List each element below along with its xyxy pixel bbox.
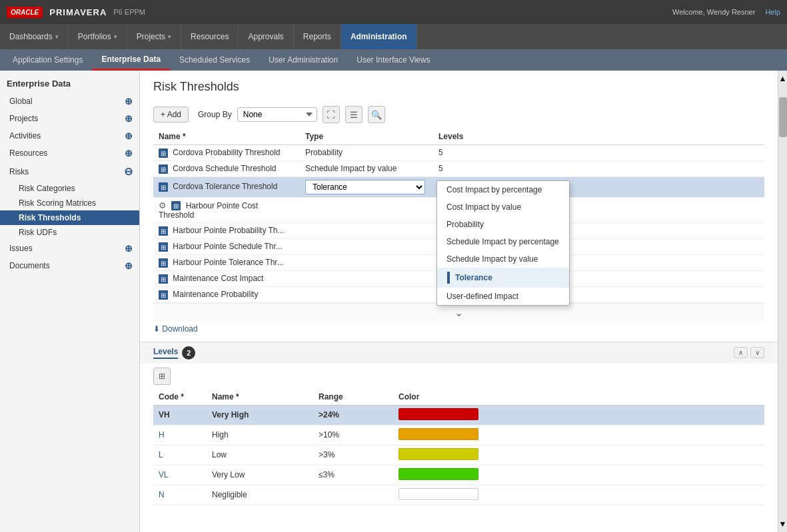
- group-by-label: Group By: [198, 110, 232, 119]
- col-type: Type: [300, 129, 433, 145]
- collapse-down-button[interactable]: ∨: [750, 347, 764, 358]
- download-link[interactable]: ⬇ Download: [153, 324, 198, 334]
- color-swatch-n[interactable]: [398, 488, 478, 500]
- dropdown-item-cost-impact-val[interactable]: Cost Impact by value: [437, 198, 569, 216]
- col-code: Code *: [153, 389, 207, 405]
- row-icon: [159, 274, 168, 284]
- nav-portfolios[interactable]: Portfolios ▾: [69, 24, 127, 49]
- chevron-down-icon: ▾: [114, 33, 117, 40]
- row-icon: [159, 182, 168, 192]
- scrollbar[interactable]: ▲ ▼: [778, 71, 787, 532]
- nav-projects[interactable]: Projects ▾: [127, 24, 181, 49]
- levels-table: Code * Name * Range Color VH Very High >…: [153, 389, 764, 505]
- dropdown-item-schedule-impact-pct[interactable]: Schedule Impact by percentage: [437, 233, 569, 250]
- row-icon: [159, 164, 168, 174]
- gear-icon: ⚙: [159, 200, 167, 210]
- search-icon[interactable]: 🔍: [368, 106, 385, 123]
- sub-nav-user-administration[interactable]: User Administration: [259, 49, 347, 71]
- color-swatch-vl[interactable]: [398, 468, 478, 480]
- toolbar: + Add Group By None Type ⛶ ☰ 🔍: [140, 106, 778, 129]
- sidebar-item-global[interactable]: Global ⊕: [0, 93, 139, 110]
- nav-administration[interactable]: Administration: [341, 24, 417, 49]
- expand-icon[interactable]: ⛶: [323, 106, 340, 123]
- sub-nav-user-interface-views[interactable]: User Interface Views: [347, 49, 440, 71]
- plus-icon: ⊕: [125, 148, 133, 158]
- type-dropdown: Cost Impact by percentage Cost Impact by…: [436, 180, 570, 306]
- color-swatch-vh[interactable]: [398, 408, 478, 420]
- sidebar-sub-item-risk-categories[interactable]: Risk Categories: [0, 181, 139, 196]
- levels-tab[interactable]: Levels: [153, 347, 178, 359]
- table-row: Cordova Schedule Threshold Schedule Impa…: [153, 160, 764, 176]
- scroll-down-arrow[interactable]: ▼: [779, 519, 787, 529]
- main-layout: Enterprise Data Global ⊕ Projects ⊕ Acti…: [0, 71, 787, 532]
- chevron-down-icon[interactable]: ⌄: [454, 306, 463, 319]
- nav-bar: Dashboards ▾ Portfolios ▾ Projects ▾ Res…: [0, 24, 787, 49]
- sidebar-item-documents[interactable]: Documents ⊕: [0, 257, 139, 274]
- page-title-area: Risk Thresholds: [140, 71, 778, 106]
- sub-nav-scheduled-services[interactable]: Scheduled Services: [170, 49, 259, 71]
- levels-table-row-h: H High >10%: [153, 425, 764, 445]
- levels-table-area: ⊞ Code * Name * Range Color VH Very High…: [140, 364, 778, 512]
- add-button[interactable]: + Add: [153, 107, 189, 123]
- color-swatch-l[interactable]: [398, 448, 478, 460]
- col-range: Range: [313, 389, 393, 405]
- levels-section: Levels 2 ∧ ∨: [140, 342, 778, 364]
- plus-icon: ⊕: [125, 243, 133, 254]
- sidebar-sub-item-risk-udfs[interactable]: Risk UDFs: [0, 225, 139, 240]
- app-name: PRIMAVERA: [49, 7, 107, 17]
- plus-icon: ⊕: [125, 113, 133, 124]
- oracle-logo: ORACLE: [7, 7, 43, 18]
- levels-header: Levels 2 ∧ ∨: [140, 342, 778, 364]
- sidebar-item-risks[interactable]: Risks ⊖: [0, 162, 139, 181]
- collapse-up-button[interactable]: ∧: [734, 347, 748, 358]
- row-icon: [159, 258, 168, 268]
- nav-reports[interactable]: Reports: [294, 24, 341, 49]
- sidebar-sub-item-risk-thresholds[interactable]: Risk Thresholds: [0, 210, 139, 225]
- page-title: Risk Thresholds: [153, 80, 764, 94]
- nav-approvals[interactable]: Approvals: [239, 24, 293, 49]
- levels-table-row-vl: VL Very Low ≤3%: [153, 465, 764, 485]
- row-icon: [159, 290, 168, 300]
- row-icon: [171, 201, 181, 210]
- dropdown-item-cost-impact-pct[interactable]: Cost Impact by percentage: [437, 181, 569, 198]
- dropdown-item-schedule-impact-val[interactable]: Schedule Impact by value: [437, 250, 569, 268]
- plus-icon: ⊕: [125, 260, 133, 271]
- app-subtitle: P6 EPPM: [113, 8, 145, 16]
- nav-dashboards[interactable]: Dashboards ▾: [0, 24, 69, 49]
- logo-area: ORACLE PRIMAVERA P6 EPPM: [7, 7, 145, 18]
- filter-icon[interactable]: ⊞: [153, 368, 171, 385]
- sidebar-item-resources[interactable]: Resources ⊕: [0, 144, 139, 162]
- sidebar-item-projects[interactable]: Projects ⊕: [0, 110, 139, 127]
- top-header: ORACLE PRIMAVERA P6 EPPM Welcome, Wendy …: [0, 0, 787, 24]
- col-color: Color: [393, 389, 764, 405]
- table-row: Cordova Probability Threshold Probabilit…: [153, 145, 764, 161]
- columns-icon[interactable]: ☰: [345, 106, 363, 123]
- levels-table-row-l: L Low >3%: [153, 445, 764, 465]
- minus-icon: ⊖: [124, 165, 133, 178]
- nav-resources[interactable]: Resources: [181, 24, 239, 49]
- scroll-up-arrow[interactable]: ▲: [779, 73, 787, 84]
- sub-nav-enterprise-data[interactable]: Enterprise Data: [92, 49, 170, 71]
- chevron-down-icon: ▾: [55, 33, 59, 40]
- content-area: Risk Thresholds + Add Group By None Type…: [140, 71, 778, 532]
- sidebar-sub-item-risk-scoring-matrices[interactable]: Risk Scoring Matrices: [0, 196, 139, 210]
- chevron-down-icon: ▾: [168, 33, 171, 40]
- dropdown-item-tolerance[interactable]: Tolerance: [437, 268, 569, 288]
- sidebar-item-issues[interactable]: Issues ⊕: [0, 240, 139, 257]
- plus-icon: ⊕: [125, 131, 133, 141]
- levels-arrows: ∧ ∨: [734, 347, 764, 358]
- welcome-text: Welcome, Wendy Resner: [672, 8, 755, 16]
- dropdown-item-probability[interactable]: Probability: [437, 216, 569, 233]
- top-right-area: Welcome, Wendy Resner Help: [672, 8, 780, 16]
- type-select[interactable]: Tolerance: [305, 180, 425, 194]
- col-name: Name *: [153, 129, 300, 145]
- sidebar-item-activities[interactable]: Activities ⊕: [0, 127, 139, 144]
- group-by-select[interactable]: None Type: [237, 107, 317, 122]
- dropdown-item-user-defined[interactable]: User-defined Impact: [437, 288, 569, 305]
- sub-nav-application-settings[interactable]: Application Settings: [3, 49, 92, 71]
- help-link[interactable]: Help: [765, 8, 780, 16]
- color-swatch-h[interactable]: [398, 428, 478, 440]
- plus-icon: ⊕: [125, 96, 133, 107]
- row-icon: [159, 242, 168, 252]
- scrollbar-thumb[interactable]: [779, 97, 787, 137]
